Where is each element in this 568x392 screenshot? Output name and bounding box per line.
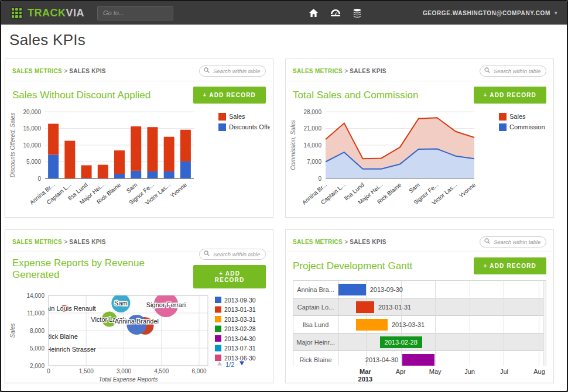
breadcrumb: SALES METRICS > SALES KPIS [12, 68, 106, 74]
bar-segment-sales[interactable] [64, 141, 75, 178]
logo-grid-icon [11, 7, 23, 19]
gantt-bar[interactable] [356, 319, 387, 331]
page-title: Sales KPIs [9, 31, 85, 49]
gantt-chart[interactable]: Annina Bra...2013-09-30Captain Lo...2013… [293, 280, 546, 383]
legend-swatch[interactable] [215, 307, 221, 313]
bar-segment-sales[interactable] [147, 127, 158, 171]
dashboard-icon[interactable] [330, 8, 341, 18]
gantt-month-label: Apr [396, 368, 406, 376]
bar-segment-sales[interactable] [98, 165, 108, 178]
gantt-bar-label: 2013-01-31 [378, 298, 411, 316]
gantt-bar-label: 2013-09-30 [370, 281, 403, 298]
y-tick-label: 11,000 [27, 310, 45, 317]
search-icon [204, 250, 210, 256]
add-record-button[interactable]: + ADD RECORD [474, 257, 546, 274]
user-email: GEORGE.WASHINGTON@COMPANY.COM [423, 10, 550, 16]
legend-swatch[interactable] [218, 113, 226, 121]
panel-project-gantt: SALES METRICS > SALES KPIS Project Devel… [285, 229, 554, 383]
breadcrumb-parent[interactable]: SALES METRICS [293, 239, 343, 245]
divider [287, 81, 552, 81]
stacked-bar-chart[interactable]: 05,00010,00015,00020,000Discounts Offere… [9, 106, 269, 207]
bubble-chart[interactable]: 2,0005,0008,00011,00014,00001,5003,0004,… [9, 291, 269, 383]
y-tick-label: 28,000 [303, 109, 321, 115]
add-record-button[interactable]: + ADD RECORD [474, 87, 546, 104]
legend-swatch[interactable] [499, 123, 507, 131]
gantt-row-name: Rick Blaine [293, 351, 338, 366]
legend-page-indicator: 1/2 [225, 361, 234, 368]
y-tick-label: 0 [37, 176, 41, 182]
breadcrumb: SALES METRICS > SALES KPIS [12, 239, 106, 245]
gantt-bar[interactable] [338, 284, 366, 295]
legend-swatch[interactable] [218, 123, 226, 131]
bar-segment-sales[interactable] [48, 124, 59, 155]
legend-swatch[interactable] [215, 335, 221, 342]
legend-page-down-icon[interactable] [239, 362, 244, 366]
gantt-bar[interactable] [356, 301, 374, 313]
legend-label: 2013-02-28 [224, 325, 256, 332]
legend-swatch[interactable] [215, 355, 221, 361]
gantt-month-label: Jun [464, 368, 475, 376]
y-axis-title: Commission, Sales [290, 120, 296, 170]
bar-segment-discounts[interactable] [164, 171, 174, 178]
user-menu[interactable]: GEORGE.WASHINGTON@COMPANY.COM ▾ [423, 10, 557, 16]
breadcrumb-parent[interactable]: SALES METRICS [12, 68, 62, 74]
gantt-row: Captain Lo...2013-01-31 [293, 298, 546, 316]
legend-swatch[interactable] [215, 316, 221, 322]
bar-segment-sales[interactable] [114, 150, 125, 174]
panel-total-sales-commission: SALES METRICS > SALES KPIS Total Sales a… [285, 59, 554, 218]
database-icon[interactable] [353, 8, 362, 18]
legend-label: 2013-04-30 [224, 335, 256, 342]
bar-segment-discounts[interactable] [48, 155, 59, 178]
bar-segment-sales[interactable] [180, 130, 191, 161]
legend-label: 2013-03-31 [224, 316, 256, 323]
bubble-label: Sam [114, 300, 128, 307]
x-tick-label: Yvonne [458, 181, 477, 199]
panel-sales-without-discount: SALES METRICS > SALES KPIS Sales Without… [5, 59, 273, 218]
area-chart[interactable]: 07,00014,00021,00028,000Commission, Sale… [289, 106, 550, 207]
breadcrumb-current: SALES KPIS [350, 239, 386, 245]
bar-segment-discounts[interactable] [114, 174, 125, 178]
bar-segment-discounts[interactable] [81, 178, 92, 178]
bar-segment-discounts[interactable] [131, 171, 141, 178]
goto-input[interactable] [97, 6, 173, 20]
logo-text: TRACKVIA [28, 7, 84, 19]
gantt-bar[interactable] [402, 354, 434, 366]
y-tick-label: 14,000 [26, 293, 45, 299]
add-record-button[interactable]: + ADD RECORD [193, 265, 266, 288]
bar-segment-sales[interactable] [164, 137, 174, 171]
bar-segment-sales[interactable] [131, 126, 141, 171]
legend-swatch[interactable] [215, 345, 221, 352]
table-search [480, 236, 546, 247]
chart-title: Sales Without Discount Applied [12, 90, 150, 101]
gantt-row-name: Captain Lo... [293, 298, 338, 315]
gantt-row: Ilsa Lund2013-03-31 [293, 316, 546, 333]
gantt-row: Rick Blaine2013-04-30 [293, 351, 546, 366]
gantt-bar-label: 2013-02-28 [380, 333, 422, 351]
legend-label: 2013-07-31 [224, 345, 256, 352]
add-record-button[interactable]: + ADD RECORD [193, 87, 266, 104]
table-search [199, 65, 266, 77]
legend-label: Sales [509, 113, 526, 120]
legend-label: 2013-01-31 [224, 306, 256, 313]
bubble-label: Signor Ferrari [146, 301, 186, 308]
gantt-scrollbar[interactable] [543, 281, 546, 366]
breadcrumb-current: SALES KPIS [69, 239, 105, 245]
legend-page-up-icon[interactable] [217, 362, 222, 366]
trackvia-logo[interactable]: TRACKVIA [11, 7, 84, 19]
breadcrumb-parent[interactable]: SALES METRICS [12, 239, 62, 245]
gantt-row-name: Ilsa Lund [293, 316, 338, 333]
top-nav-icons [309, 8, 362, 18]
bar-segment-sales[interactable] [81, 165, 92, 178]
search-icon [484, 67, 490, 73]
legend-swatch[interactable] [215, 326, 221, 332]
breadcrumb: SALES METRICS > SALES KPIS [293, 239, 386, 245]
legend-swatch[interactable] [215, 297, 221, 303]
bar-segment-discounts[interactable] [147, 171, 158, 178]
home-icon[interactable] [309, 8, 319, 18]
y-tick-label: 21,000 [303, 125, 321, 132]
breadcrumb-parent[interactable]: SALES METRICS [293, 68, 343, 74]
bar-segment-discounts[interactable] [180, 161, 191, 178]
legend-swatch[interactable] [499, 113, 507, 121]
x-axis-title: Total Expense Reports [99, 376, 158, 383]
gantt-rows: Annina Bra...2013-09-30Captain Lo...2013… [293, 280, 546, 366]
